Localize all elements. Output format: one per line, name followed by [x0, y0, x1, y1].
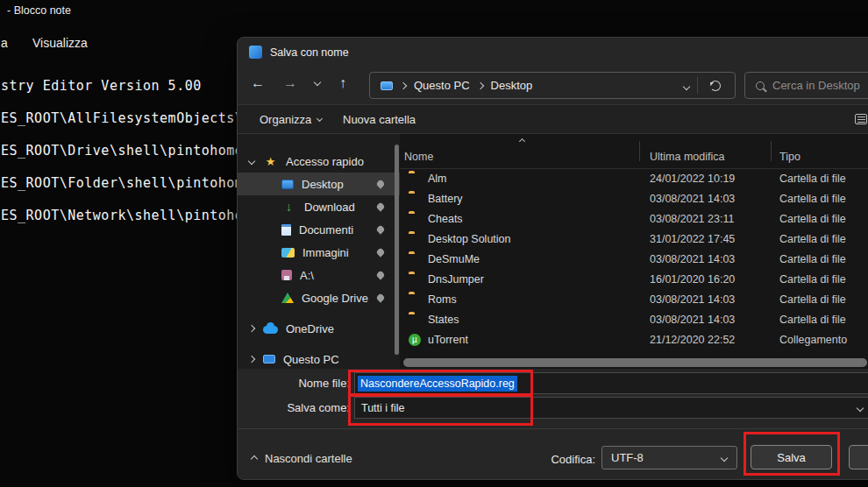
expander-slot	[248, 356, 255, 362]
table-row[interactable]: Roms03/08/2021 14:03Cartella di file	[400, 290, 868, 310]
sidebar-scrollbar[interactable]	[395, 145, 399, 355]
file-name: Roms	[428, 293, 457, 306]
sidebar-item-label: Google Drive	[302, 292, 368, 305]
dialog-content: Accesso rapidoDesktopDownloadDocumentiIm…	[238, 134, 868, 369]
saveas-label: Salva come:	[238, 401, 350, 414]
file-modified: 24/01/2022 10:19	[650, 173, 735, 185]
search-box[interactable]: Cerca in Desktop	[744, 72, 868, 99]
sidebar-item-download[interactable]: Download	[238, 195, 400, 218]
sidebar-item-label: Immagini	[302, 246, 349, 259]
table-row[interactable]: States03/08/2021 14:03Cartella di file	[400, 310, 868, 330]
notepad-title: - Blocco note	[7, 4, 71, 17]
sidebar-item-documenti[interactable]: Documenti	[238, 218, 400, 241]
sidebar-item-label: Desktop	[302, 178, 344, 191]
table-row[interactable]: Alm24/01/2022 10:19Cartella di file	[400, 169, 868, 189]
sidebar-item-a[interactable]: A:\	[238, 264, 400, 286]
pin-icon	[375, 293, 385, 302]
navigation-bar: ← → ↑ Questo PC Desktop Cerca in Desktop	[238, 67, 868, 104]
cloud-icon	[263, 326, 278, 334]
breadcrumb-current[interactable]: Desktop	[491, 79, 533, 92]
annotation-rect-save-button	[743, 432, 840, 476]
dialog-title: Salva con nome	[270, 46, 349, 59]
chevron-down-icon[interactable]	[248, 158, 255, 165]
notepad-text-line: ES_ROOT\Drive\shell\pintohome]	[1, 142, 268, 174]
nuova-cartella-button[interactable]: Nuova cartella	[343, 113, 416, 126]
download-icon	[281, 200, 296, 214]
pin-icon	[375, 224, 385, 234]
file-modified: 03/08/2021 14:03	[650, 293, 735, 306]
save-dialog: Salva con nome ← → ↑ Questo PC Desktop C…	[237, 37, 868, 480]
table-row[interactable]: DnsJumper16/01/2020 16:20Cartella di fil…	[400, 270, 868, 290]
floppy-icon	[281, 270, 292, 280]
chevron-right-icon[interactable]	[248, 356, 255, 363]
search-placeholder: Cerca in Desktop	[772, 79, 860, 92]
file-type: Cartella di file	[779, 273, 846, 286]
column-divider[interactable]	[639, 141, 640, 161]
up-icon[interactable]: ↑	[339, 75, 346, 91]
file-name: DeSmuMe	[428, 253, 480, 265]
image-icon	[281, 248, 295, 258]
chevron-up-icon	[251, 455, 258, 462]
forward-icon[interactable]: →	[283, 75, 297, 91]
file-type: Cartella di file	[779, 233, 846, 245]
expander-slot	[248, 159, 255, 164]
cancel-button[interactable]: Annulla	[849, 445, 868, 469]
notepad-text-line: ES_ROOT\Folder\shell\pintohome]	[1, 174, 268, 207]
notepad-text-line: ES_ROOT\Network\shell\pintohome]	[1, 207, 268, 239]
sidebar-item-label: OneDrive	[286, 322, 334, 335]
refresh-icon[interactable]	[710, 81, 721, 91]
search-icon	[756, 81, 765, 90]
organizza-label: Organizza	[260, 113, 311, 126]
file-name: uTorrent	[428, 334, 468, 346]
address-bar[interactable]: Questo PC Desktop	[369, 72, 736, 99]
horizontal-scrollbar[interactable]	[403, 358, 867, 367]
sort-ascending-icon	[519, 138, 525, 145]
hide-folders-button[interactable]: Nascondi cartelle	[252, 452, 352, 465]
notepad-text-line: ES_ROOT\AllFilesystemObjects\she	[1, 109, 268, 142]
history-chevron-icon[interactable]	[314, 79, 321, 86]
sidebar-item-label: A:\	[300, 269, 314, 282]
column-header-tipo[interactable]: Tipo	[779, 151, 800, 163]
file-name: DnsJumper	[428, 273, 484, 286]
screen: - Blocco note a Visualizza stry Editor V…	[0, 0, 868, 487]
notepad-text: stry Editor Version 5.00ES_ROOT\AllFiles…	[1, 77, 268, 239]
table-row[interactable]: Cheats03/08/2021 23:11Cartella di file	[400, 209, 868, 229]
annotation-rect-filename	[348, 370, 533, 396]
sidebar-item-desktop[interactable]: Desktop	[238, 173, 400, 195]
column-headers: Nome Ultima modifica Tipo	[400, 134, 868, 169]
notepad-menu-visualizza[interactable]: Visualizza	[32, 36, 88, 50]
table-row[interactable]: Battery03/08/2021 14:03Cartella di file	[400, 189, 868, 209]
sidebar-item-google-drive[interactable]: Google Drive	[238, 286, 400, 309]
address-dropdown-icon[interactable]	[683, 83, 690, 90]
sidebar-item-label: Download	[304, 201, 355, 214]
filename-label: Nome file:	[238, 377, 350, 390]
chevron-right-icon[interactable]	[248, 325, 255, 332]
table-row[interactable]: DeSmuMe03/08/2021 14:03Cartella di file	[400, 250, 868, 270]
breadcrumb-root[interactable]: Questo PC	[414, 79, 470, 92]
column-header-ultima-modifica[interactable]: Ultima modifica	[650, 151, 724, 163]
table-row[interactable]: uTorrent21/12/2020 22:52Collegamento	[400, 330, 868, 350]
view-details-icon[interactable]	[855, 114, 867, 124]
encoding-dropdown[interactable]: UTF-8	[601, 446, 737, 469]
this-pc-icon	[381, 81, 393, 90]
app-icon	[249, 46, 262, 59]
sidebar-item-label: Accesso rapido	[286, 155, 364, 168]
file-modified: 03/08/2021 14:03	[650, 253, 735, 265]
file-name: Desktop Solution	[428, 233, 511, 245]
sidebar-item-onedrive[interactable]: OneDrive	[238, 317, 400, 340]
sidebar-item-accesso-rapido[interactable]: Accesso rapido	[238, 150, 400, 173]
pin-icon	[375, 179, 385, 188]
file-type: Cartella di file	[779, 193, 846, 205]
notepad-menu-partial[interactable]: a	[1, 36, 8, 50]
chevron-down-icon	[721, 455, 728, 462]
column-divider[interactable]	[771, 141, 772, 161]
desktop-icon	[281, 180, 294, 189]
column-header-nome[interactable]: Nome	[404, 151, 433, 163]
back-icon[interactable]: ←	[251, 75, 265, 91]
sidebar-item-questo-pc[interactable]: Questo PC	[238, 348, 400, 371]
sidebar-item-immagini[interactable]: Immagini	[238, 241, 400, 264]
expander-slot	[248, 326, 255, 331]
table-row[interactable]: Desktop Solution31/01/2022 17:45Cartella…	[400, 229, 868, 250]
document-icon	[281, 224, 291, 236]
organizza-button[interactable]: Organizza	[260, 113, 322, 126]
